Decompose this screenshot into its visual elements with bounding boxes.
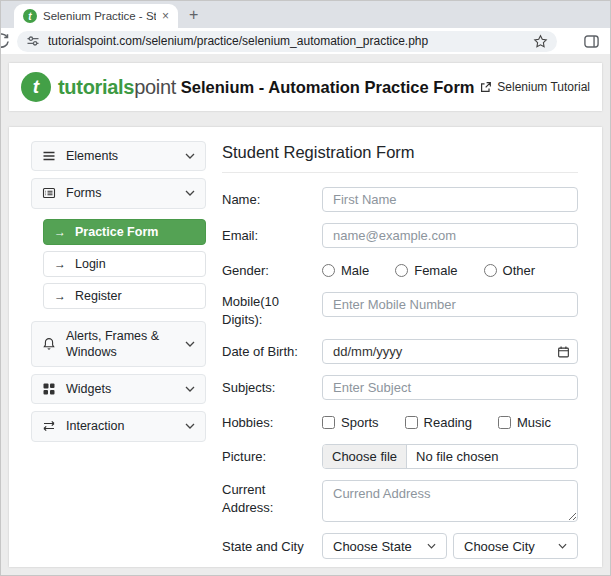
name-row: Name: — [222, 187, 578, 212]
calendar-icon[interactable] — [557, 345, 570, 358]
gender-row: Gender: Male Female Other — [222, 259, 578, 281]
grid-icon — [42, 382, 56, 396]
sidebar-item-forms[interactable]: Forms — [31, 178, 206, 208]
gender-options: Male Female Other — [322, 259, 578, 281]
external-link-icon — [479, 81, 492, 94]
tab-title: Selenium Practice - Student Registration… — [43, 10, 156, 22]
dob-field — [322, 339, 578, 364]
arrow-right-icon: → — [54, 289, 66, 303]
url-text[interactable]: tutorialspoint.com/selenium/practice/sel… — [48, 34, 525, 48]
current-address-textarea[interactable] — [322, 480, 578, 522]
page-title: Selenium - Automation Practice Form — [176, 78, 479, 97]
browser-tab[interactable]: t Selenium Practice - Student Registrati… — [14, 4, 178, 28]
picture-row: Picture: Choose file No file chosen — [222, 444, 578, 469]
sidebar: Elements Forms → — [31, 141, 206, 557]
hobbies-options: Sports Reading Music — [322, 411, 578, 433]
gender-radio-other[interactable]: Other — [484, 263, 536, 278]
reload-icon[interactable] — [1, 33, 10, 50]
tutorialspoint-logo[interactable]: t tutorialspoint — [21, 72, 176, 102]
new-tab-button[interactable]: + — [189, 7, 198, 23]
sidebar-item-interaction[interactable]: Interaction — [31, 411, 206, 441]
file-upload-field[interactable]: Choose file No file chosen — [322, 444, 578, 469]
music-checkbox[interactable] — [498, 416, 511, 429]
chevron-down-icon — [185, 341, 195, 347]
city-select[interactable]: Choose City — [453, 533, 578, 559]
state-select[interactable]: Choose State — [322, 533, 447, 559]
subjects-input[interactable] — [322, 375, 578, 400]
hobbies-label: Hobbies: — [222, 413, 322, 432]
side-panel-icon[interactable] — [583, 33, 600, 50]
gender-radio-male[interactable]: Male — [322, 263, 369, 278]
reading-checkbox[interactable] — [405, 416, 418, 429]
sidebar-item-elements[interactable]: Elements — [31, 141, 206, 171]
chevron-down-icon — [185, 423, 195, 429]
sidebar-item-login[interactable]: → Login — [43, 251, 206, 277]
address-bar[interactable]: tutorialspoint.com/selenium/practice/sel… — [17, 31, 557, 52]
title-divider — [222, 172, 578, 173]
url-toolbar: tutorialspoint.com/selenium/practice/sel… — [1, 28, 610, 55]
gender-radio-female[interactable]: Female — [395, 263, 457, 278]
arrow-right-icon: → — [54, 257, 66, 271]
bookmark-star-icon[interactable] — [533, 34, 548, 49]
page-body: t tutorialspoint Selenium - Automation P… — [1, 55, 610, 575]
card-list-icon — [42, 186, 56, 200]
logo-wordmark: tutorialspoint — [58, 76, 176, 99]
email-row: Email: — [222, 223, 578, 248]
file-status-text: No file chosen — [407, 449, 498, 464]
dob-input[interactable] — [322, 339, 578, 364]
other-radio[interactable] — [484, 264, 497, 277]
chevron-down-icon — [185, 190, 195, 196]
hobby-checkbox-reading[interactable]: Reading — [405, 415, 472, 430]
hobby-checkbox-sports[interactable]: Sports — [322, 415, 379, 430]
site-header: t tutorialspoint Selenium - Automation P… — [9, 63, 602, 111]
sidebar-item-practice-form[interactable]: → Practice Form — [43, 219, 206, 245]
subjects-label: Subjects: — [222, 378, 322, 397]
email-input[interactable] — [322, 223, 578, 248]
picture-label: Picture: — [222, 447, 322, 466]
state-city-label: State and City — [222, 537, 322, 556]
sidebar-item-register[interactable]: → Register — [43, 283, 206, 309]
first-name-input[interactable] — [322, 187, 578, 212]
dob-label: Date of Birth: — [222, 342, 322, 361]
arrow-right-icon: → — [54, 225, 66, 239]
selenium-tutorial-label: Selenium Tutorial — [497, 80, 590, 94]
tab-close-icon[interactable]: × — [162, 10, 169, 22]
state-city-row: State and City Choose State Choose City — [222, 533, 578, 559]
mobile-label: Mobile(10 Digits): — [222, 292, 322, 328]
address-row: Current Address: — [222, 480, 578, 522]
female-radio[interactable] — [395, 264, 408, 277]
male-radio[interactable] — [322, 264, 335, 277]
sidebar-item-widgets[interactable]: Widgets — [31, 374, 206, 404]
name-label: Name: — [222, 190, 322, 209]
gender-label: Gender: — [222, 261, 322, 280]
main-content: Elements Forms → — [9, 127, 602, 567]
forms-submenu: → Practice Form → Login → Register — [43, 219, 206, 309]
choose-file-button[interactable]: Choose file — [323, 445, 407, 468]
email-label: Email: — [222, 226, 322, 245]
registration-form: Student Registration Form Name: Email: G… — [222, 141, 578, 557]
browser-window: t Selenium Practice - Student Registrati… — [0, 0, 611, 576]
hobbies-row: Hobbies: Sports Reading Music — [222, 411, 578, 433]
site-settings-icon[interactable] — [26, 34, 40, 48]
dob-row: Date of Birth: — [222, 339, 578, 364]
bell-icon — [42, 337, 56, 351]
tab-strip: t Selenium Practice - Student Registrati… — [1, 1, 610, 28]
selenium-tutorial-link[interactable]: Selenium Tutorial — [479, 80, 590, 94]
swap-arrows-icon — [42, 419, 56, 433]
chevron-down-icon — [185, 386, 195, 392]
mobile-input[interactable] — [322, 292, 578, 317]
mobile-row: Mobile(10 Digits): — [222, 292, 578, 328]
chevron-down-icon — [185, 153, 195, 159]
state-city-selects: Choose State Choose City — [322, 533, 578, 559]
address-label: Current Address: — [222, 480, 322, 516]
hobby-checkbox-music[interactable]: Music — [498, 415, 551, 430]
logo-circle-icon: t — [21, 72, 51, 102]
subjects-row: Subjects: — [222, 375, 578, 400]
chevron-down-icon — [558, 543, 567, 549]
sidebar-item-alerts-frames-windows[interactable]: Alerts, Frames & Windows — [31, 321, 206, 368]
sports-checkbox[interactable] — [322, 416, 335, 429]
chevron-down-icon — [427, 543, 436, 549]
tutorialspoint-favicon: t — [23, 9, 37, 23]
form-title: Student Registration Form — [222, 143, 578, 162]
hamburger-icon — [42, 149, 56, 163]
